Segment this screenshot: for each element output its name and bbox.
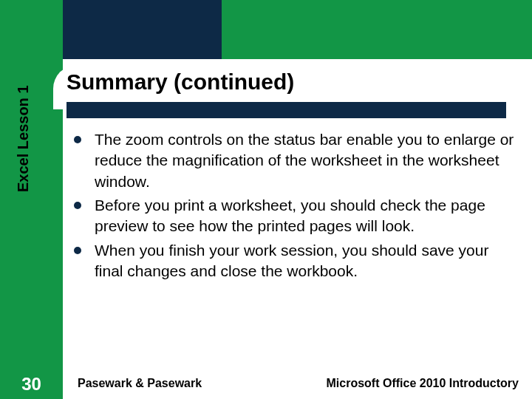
bullet-icon bbox=[74, 202, 81, 209]
slide-number: 30 bbox=[0, 369, 63, 399]
slide-title: Summary (continued) bbox=[66, 69, 511, 95]
list-item: When you finish your work session, you s… bbox=[74, 240, 517, 282]
bullet-icon bbox=[74, 247, 81, 254]
footer-right: Microsoft Office 2010 Introductory bbox=[327, 377, 519, 390]
title-underbar bbox=[66, 102, 506, 118]
bullet-text: The zoom controls on the status bar enab… bbox=[95, 129, 517, 192]
header-accent-block bbox=[63, 0, 222, 59]
footer-left: Pasewark & Pasewark bbox=[78, 377, 202, 390]
bullet-icon bbox=[74, 136, 81, 143]
slide: Excel Lesson 1 Summary (continued) The z… bbox=[0, 0, 532, 399]
bullet-list: The zoom controls on the status bar enab… bbox=[74, 129, 517, 282]
content-area: The zoom controls on the status bar enab… bbox=[74, 129, 517, 284]
bullet-text: Before you print a worksheet, you should… bbox=[95, 195, 517, 237]
sidebar-label: Excel Lesson 1 bbox=[15, 30, 32, 192]
list-item: Before you print a worksheet, you should… bbox=[74, 195, 517, 237]
list-item: The zoom controls on the status bar enab… bbox=[74, 129, 517, 192]
bullet-text: When you finish your work session, you s… bbox=[95, 240, 517, 282]
